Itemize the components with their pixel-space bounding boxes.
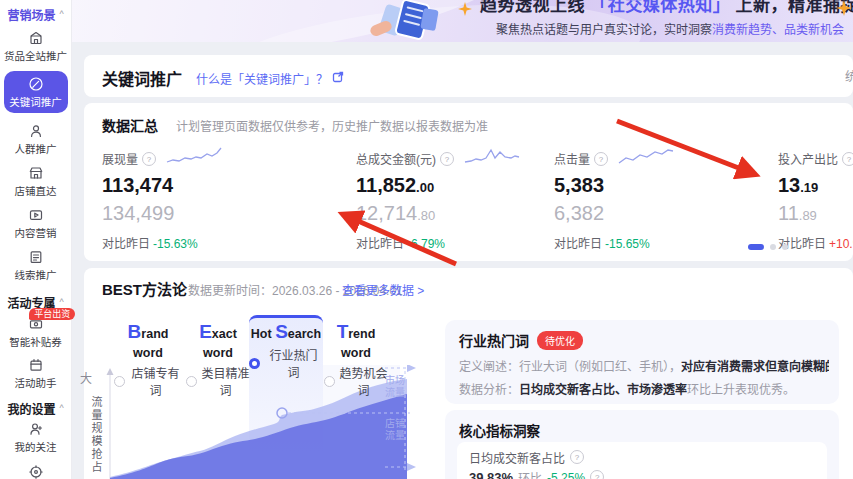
metric-prev-value: 11.89 <box>778 202 853 225</box>
panel-title: 核心指标洞察 <box>459 420 540 440</box>
sparkline <box>463 145 521 167</box>
sparkline <box>165 145 223 167</box>
metric-compare: 对比昨日-15.63% <box>102 234 337 251</box>
what-is-keyword-link[interactable]: 什么是「关键词推广」？ <box>196 70 344 87</box>
page-header-card: 关键词推广 什么是「关键词推广」？ <box>84 55 853 97</box>
tab-brand-word[interactable]: Brand word 店铺专有词 <box>114 321 182 398</box>
carousel-dot[interactable] <box>782 244 788 250</box>
sidebar-item-shop-direct[interactable]: 店铺直达 <box>15 165 57 198</box>
sidebar-item-keyword[interactable]: 关键词推广 <box>4 71 68 113</box>
metric-impressions: 展现量? 113,474 134,499 对比昨日-15.63% <box>102 143 337 251</box>
help-icon[interactable]: ? <box>440 152 454 166</box>
series-label-shop-traffic: 店铺流量 <box>385 418 409 442</box>
sidebar-item-audience[interactable]: 人群推广 <box>15 123 57 156</box>
carousel-dot-active[interactable] <box>748 244 764 250</box>
sidebar-item-follow[interactable]: 我的关注 <box>15 421 57 454</box>
chevron-up-icon: ^ <box>59 9 63 19</box>
core-metric-card: 日均成交新客占比? 39.83%环比-5.25%? 同行同层均值 34.34% <box>457 442 827 479</box>
definition-line: 定义阐述：行业大词（例如口红、手机），对应有消费需求但意向模糊的人群，拉新效果显… <box>459 357 829 374</box>
metric-value: 5,383 <box>554 174 789 197</box>
series-label-market-traffic: 市场流量 <box>385 375 409 399</box>
metric-compare: 对比昨日+10.93% <box>778 234 853 251</box>
industry-hot-word-panel: 行业热门词 待优化 定义阐述：行业大词（例如口红、手机），对应有消费需求但意向模… <box>445 320 839 404</box>
ring-change: -5.25% <box>547 471 585 479</box>
data-summary-card: 数据汇总 计划管理页面数据仅供参考，历史推广数据以报表数据为准 展现量? 113… <box>84 103 853 261</box>
clipped-stats-text: 统 <box>845 67 853 84</box>
app-window: 营销场景 ^ 货品全站推广 关键词推广 人群推广 店铺直达 内容营销 线索推广 <box>0 0 853 479</box>
core-metric-value: 39.83% <box>469 470 513 479</box>
clipboard-icon <box>28 249 44 265</box>
pen-icon <box>28 76 44 92</box>
radio-checked-icon[interactable] <box>249 358 260 369</box>
sparkline <box>617 145 675 167</box>
metric-value: 113,474 <box>102 174 337 197</box>
chevron-up-icon: ^ <box>59 403 63 413</box>
panel-title: 行业热门词 <box>459 330 529 350</box>
carousel-dots <box>748 244 788 250</box>
help-icon[interactable]: ? <box>590 470 604 479</box>
carousel-dot[interactable] <box>770 244 776 250</box>
core-metrics-panel: 核心指标洞察 日均成交新客占比? 39.83%环比-5.25%? 同行同层均值 … <box>445 410 839 479</box>
summary-title: 数据汇总 <box>102 115 158 135</box>
platform-funded-badge: 平台出资 <box>29 308 75 320</box>
radio-icon[interactable] <box>186 376 197 387</box>
help-icon[interactable]: ? <box>570 450 584 464</box>
video-play-icon <box>28 207 44 223</box>
sidebar-item-subsidy[interactable]: 平台出资 智能补贴券 <box>9 316 62 349</box>
help-icon[interactable]: ? <box>594 152 608 166</box>
best-methodology-card: BEST方法论 数据更新时间：2026.03.26 - 2026.04.01 查… <box>84 268 853 479</box>
tab-trend-word[interactable]: Trend word 趋势机会词 <box>324 321 388 398</box>
sidebar-item-leads[interactable]: 线索推广 <box>15 249 57 282</box>
metric-value: 13.19 <box>778 174 853 197</box>
metric-prev-value: 134,499 <box>102 202 337 225</box>
sidebar-item-auto-rules[interactable]: 自动规则 <box>15 464 57 479</box>
sidebar-item-helper[interactable]: 活动助手 <box>15 357 57 390</box>
shop-icon <box>28 165 44 181</box>
summary-note: 计划管理页面数据仅供参考，历史推广数据以报表数据为准 <box>176 117 488 134</box>
metric-clicks: 点击量? 5,383 6,382 对比昨日-15.65% <box>554 143 789 251</box>
sidebar-section-marketing[interactable]: 营销场景 ^ <box>7 6 63 22</box>
phone-illustration <box>364 1 444 41</box>
external-link-icon <box>332 71 344 86</box>
axis-max-label: 大 <box>80 369 92 386</box>
help-icon[interactable]: ? <box>142 152 156 166</box>
sparkle-icon <box>836 0 852 16</box>
data-analysis-line: 数据分析：日均成交新客占比、市场渗透率环比上升表现优秀。 <box>459 380 829 397</box>
person-plus-icon <box>28 421 44 437</box>
help-icon[interactable]: ? <box>842 152 853 166</box>
sidebar-section-settings[interactable]: 我的设置 ^ <box>7 400 63 416</box>
sidebar-item-content[interactable]: 内容营销 <box>15 207 57 240</box>
best-title: BEST方法论 <box>102 278 187 299</box>
store-icon <box>28 30 44 46</box>
y-axis-label: 流量规模抢占 <box>88 396 104 474</box>
banner-headline: 趋势透视上线 「社交媒体热知」 上新，精准捕捉 <box>480 0 853 16</box>
radio-icon[interactable] <box>324 376 335 387</box>
person-icon <box>28 123 44 139</box>
chevron-up-icon: ^ <box>59 297 63 307</box>
to-optimize-badge: 待优化 <box>537 331 583 350</box>
calendar-icon <box>28 357 44 373</box>
promo-banner[interactable]: 趋势透视上线 「社交媒体热知」 上新，精准捕捉 聚焦热点话题与用户真实讨论，实时… <box>72 0 853 42</box>
sidebar-item-fullsite[interactable]: 货品全站推广 <box>4 30 67 63</box>
sparkle-icon <box>458 2 472 16</box>
metric-roi: 投入产出比? 13.19 11.89 对比昨日+10.93% <box>778 143 853 251</box>
metric-prev-value: 6,382 <box>554 202 789 225</box>
view-more-data-link[interactable]: 查看更多数据 > <box>342 281 424 298</box>
radio-icon[interactable] <box>114 376 125 387</box>
banner-subline: 聚焦热点话题与用户真实讨论，实时洞察消费新趋势、品类新机会 <box>496 20 844 37</box>
target-icon <box>28 464 44 479</box>
sidebar: 营销场景 ^ 货品全站推广 关键词推广 人群推广 店铺直达 内容营销 线索推广 <box>0 0 72 479</box>
page-title: 关键词推广 <box>102 66 182 90</box>
tab-hot-search[interactable]: Hot Search 行业热门词 <box>249 321 323 380</box>
tab-exact-word[interactable]: Exact word 类目精准词 <box>186 321 250 398</box>
